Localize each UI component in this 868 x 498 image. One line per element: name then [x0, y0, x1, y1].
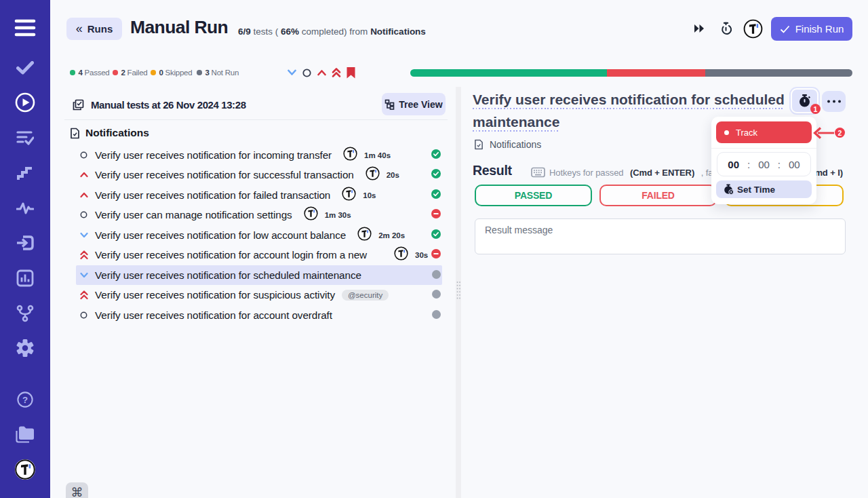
svg-text:?: ?: [22, 395, 28, 405]
